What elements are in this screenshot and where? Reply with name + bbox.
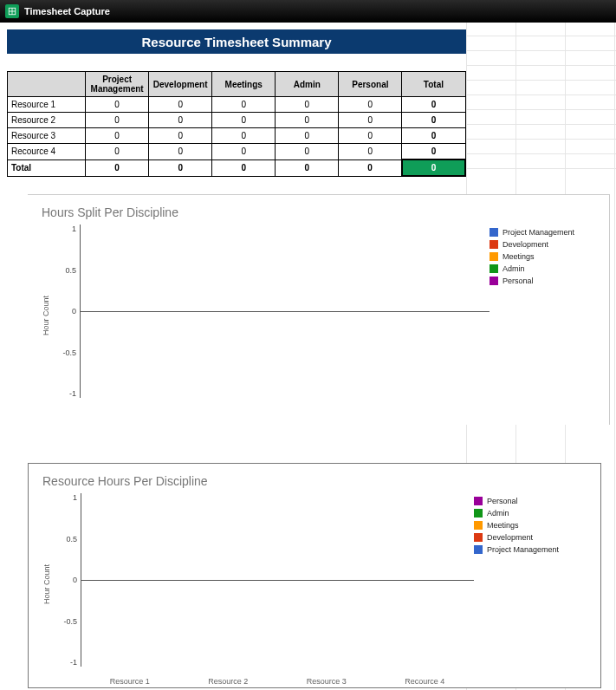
cell[interactable]: 0 [149, 113, 212, 128]
legend-swatch-icon [490, 277, 498, 285]
chart-title: Hours Split Per Discipline [42, 205, 602, 219]
legend-item: Personal [474, 497, 587, 505]
totals-label[interactable]: Total [8, 159, 86, 176]
totals-cell[interactable]: 0 [339, 159, 402, 176]
y-axis-label: Hour Count [42, 493, 55, 675]
cell[interactable]: 0 [339, 128, 402, 144]
totals-cell[interactable]: 0 [149, 159, 212, 176]
cell[interactable]: 0 [339, 113, 402, 128]
table-row[interactable]: Resource 3000000 [8, 128, 466, 144]
cell[interactable]: 0 [212, 128, 276, 144]
legend-swatch-icon [490, 240, 498, 249]
totals-cell[interactable]: 0 [212, 159, 276, 176]
legend-swatch-icon [474, 521, 483, 530]
y-ticks: 1 0.5 0 -0.5 -1 [54, 225, 80, 398]
legend-swatch-icon [490, 252, 498, 261]
zero-line [81, 580, 474, 581]
legend-label: Personal [487, 497, 518, 505]
legend-item: Admin [474, 509, 587, 518]
col-header-total[interactable]: Total [402, 72, 465, 97]
legend-swatch-icon [490, 228, 498, 237]
cell[interactable]: 0 [86, 128, 149, 144]
cell[interactable]: 0 [86, 97, 149, 113]
cell[interactable]: 0 [212, 144, 276, 160]
table-header-row: Project Management Development Meetings … [8, 72, 466, 97]
chart-hours-split[interactable]: Hours Split Per Discipline Hour Count 1 … [28, 194, 610, 425]
legend-label: Admin [503, 264, 525, 273]
legend-swatch-icon [490, 264, 498, 273]
row-total[interactable]: 0 [402, 144, 465, 160]
col-header[interactable]: Personal [339, 72, 402, 97]
legend-label: Development [487, 533, 533, 542]
cell[interactable]: 0 [149, 128, 212, 144]
chart-legend: PersonalAdminMeetingsDevelopmentProject … [474, 493, 587, 675]
legend-swatch-icon [474, 545, 483, 554]
row-total[interactable]: 0 [402, 97, 465, 113]
legend-label: Development [503, 240, 548, 249]
grand-total[interactable]: 0 [402, 159, 465, 176]
x-tick-label: Resource 1 [110, 677, 150, 686]
legend-item: Development [490, 240, 602, 249]
cell[interactable]: 0 [86, 113, 149, 128]
row-header[interactable]: Resource 3 [8, 128, 86, 144]
totals-cell[interactable]: 0 [86, 159, 149, 176]
legend-label: Meetings [487, 521, 519, 530]
timesheet-table[interactable]: Project Management Development Meetings … [7, 71, 466, 177]
row-total[interactable]: 0 [402, 128, 465, 144]
table-row[interactable]: Resource 1000000 [8, 97, 466, 113]
legend-item: Personal [490, 277, 602, 285]
x-tick-label: Recource 4 [405, 677, 444, 686]
col-header[interactable]: Admin [276, 72, 339, 97]
row-header[interactable]: Recource 4 [8, 144, 86, 160]
totals-row[interactable]: Total000000 [8, 159, 466, 176]
spreadsheet-area[interactable]: Resource Timesheet Summary Project Manag… [0, 23, 616, 690]
legend-label: Project Management [487, 545, 559, 554]
row-total[interactable]: 0 [402, 113, 465, 128]
totals-cell[interactable]: 0 [276, 159, 339, 176]
cell[interactable]: 0 [339, 97, 402, 113]
col-header[interactable]: Development [149, 72, 212, 97]
table-row[interactable]: Resource 2000000 [8, 113, 466, 128]
legend-item: Meetings [490, 252, 602, 261]
cell[interactable]: 0 [149, 144, 212, 160]
cell[interactable]: 0 [86, 144, 149, 160]
document-title[interactable]: Timesheet Capture [24, 6, 110, 16]
cell[interactable]: 0 [276, 128, 339, 144]
zero-line [81, 311, 490, 312]
y-axis-label: Hour Count [42, 225, 54, 407]
cell[interactable]: 0 [212, 113, 276, 128]
x-ticks: Resource 1Resource 2Resource 3Recource 4 [81, 675, 474, 686]
x-tick-label: Resource 3 [307, 677, 347, 686]
y-ticks: 1 0.5 0 -0.5 -1 [55, 493, 81, 667]
row-header[interactable]: Resource 2 [8, 113, 86, 128]
legend-label: Admin [487, 509, 509, 518]
row-header[interactable]: Resource 1 [8, 97, 86, 113]
header-blank [8, 72, 86, 97]
legend-item: Meetings [474, 521, 587, 530]
legend-label: Meetings [503, 252, 535, 261]
legend-item: Project Management [490, 228, 602, 237]
legend-item: Admin [490, 264, 602, 273]
cell[interactable]: 0 [276, 144, 339, 160]
col-header[interactable]: Meetings [212, 72, 276, 97]
table-row[interactable]: Recource 4000000 [8, 144, 466, 160]
cell[interactable]: 0 [276, 113, 339, 128]
legend-swatch-icon [474, 509, 483, 518]
chart-resource-hours[interactable]: Resource Hours Per Discipline Hour Count… [28, 463, 601, 688]
legend-label: Personal [503, 277, 534, 285]
col-header[interactable]: Project Management [86, 72, 149, 97]
cell[interactable]: 0 [276, 97, 339, 113]
plot-area [80, 225, 490, 398]
x-tick-label: Resource 2 [208, 677, 248, 686]
plot-area [81, 493, 474, 667]
cell[interactable]: 0 [339, 144, 402, 160]
cell[interactable]: 0 [212, 97, 276, 113]
chart-title: Resource Hours Per Discipline [42, 474, 587, 488]
cell[interactable]: 0 [149, 97, 212, 113]
legend-item: Development [474, 533, 587, 542]
sheets-icon [5, 4, 19, 18]
legend-swatch-icon [474, 497, 483, 505]
legend-label: Project Management [503, 228, 574, 237]
summary-title: Resource Timesheet Summary [7, 29, 466, 54]
chart-legend: Project ManagementDevelopmentMeetingsAdm… [490, 225, 602, 407]
